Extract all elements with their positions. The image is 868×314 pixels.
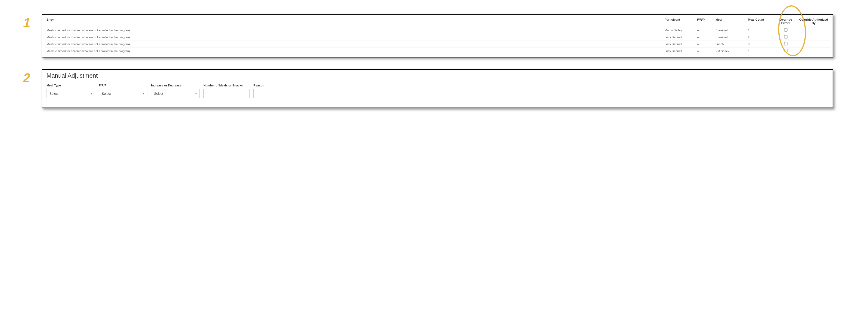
step-1-row: 1 Error Participant F/R/P Meal Meal Coun… [23, 14, 833, 57]
cell-error: Meals claimed for children who are not e… [45, 48, 663, 55]
frp-select[interactable]: Select ▾ [99, 89, 147, 98]
inc-dec-label: Increase or Decrease [151, 84, 200, 87]
th-participant: Participant [663, 16, 695, 27]
cell-count: 1 [746, 27, 774, 34]
table-row: Meals claimed for children who are not e… [45, 34, 830, 41]
cell-participant: Lucy Bennett [663, 41, 695, 48]
cell-count: 2 [746, 34, 774, 41]
inc-dec-value: Select [154, 92, 163, 95]
cell-participant: Lucy Bennett [663, 48, 695, 55]
table-row: Meals claimed for children who are not e… [45, 27, 830, 34]
cell-participant: Martin Bailey [663, 27, 695, 34]
num-meals-input[interactable] [204, 89, 250, 98]
cell-participant: Lucy Bennett [663, 34, 695, 41]
cell-meal: PM Snack [714, 48, 746, 55]
cell-override [774, 27, 798, 34]
cell-frp: A [695, 48, 714, 55]
th-override: Override Error? [774, 16, 798, 27]
cell-authorized [798, 27, 830, 34]
step-2-number: 2 [23, 72, 35, 84]
cell-count: 3 [746, 41, 774, 48]
meal-type-select[interactable]: Select ▾ [46, 89, 95, 98]
th-meal-count: Meal Count [746, 16, 774, 27]
table-row: Meals claimed for children who are not e… [45, 41, 830, 48]
override-checkbox[interactable] [784, 42, 787, 46]
th-authorized: Override Authorized By [798, 16, 830, 27]
manual-adjustment-form: Meal Type Select ▾ F/R/P Select ▾ Increa… [46, 84, 829, 98]
meal-type-label: Meal Type [46, 84, 95, 87]
th-error: Error [45, 16, 663, 27]
errors-panel: Error Participant F/R/P Meal Meal Count … [42, 14, 833, 57]
chevron-down-icon: ▾ [195, 92, 197, 95]
cell-authorized [798, 48, 830, 55]
cell-authorized [798, 41, 830, 48]
th-meal: Meal [714, 16, 746, 27]
th-frp: F/R/P [695, 16, 714, 27]
manual-adjustment-panel: Manual Adjustment Meal Type Select ▾ F/R… [42, 69, 833, 108]
cell-authorized [798, 34, 830, 41]
chevron-down-icon: ▾ [143, 92, 145, 95]
step-1-number: 1 [23, 16, 35, 29]
cell-error: Meals claimed for children who are not e… [45, 27, 663, 34]
inc-dec-select[interactable]: Select ▾ [151, 89, 200, 98]
frp-label: F/R/P [99, 84, 147, 87]
override-checkbox[interactable] [784, 35, 787, 38]
errors-table: Error Participant F/R/P Meal Meal Count … [45, 16, 830, 54]
cell-frp: A [695, 27, 714, 34]
override-checkbox[interactable] [784, 28, 787, 31]
cell-meal: Lunch [714, 41, 746, 48]
manual-adjustment-title: Manual Adjustment [46, 72, 829, 79]
cell-override [774, 48, 798, 55]
cell-meal: Breakfast [714, 27, 746, 34]
step-2-row: 2 Manual Adjustment Meal Type Select ▾ F… [23, 69, 833, 108]
cell-frp: A [695, 41, 714, 48]
table-row: Meals claimed for children who are not e… [45, 48, 830, 55]
cell-meal: Breakfast [714, 34, 746, 41]
num-meals-label: Number of Meals or Snacks [204, 84, 250, 87]
reason-label: Reason [253, 84, 309, 87]
panel-divider [46, 81, 829, 81]
cell-error: Meals claimed for children who are not e… [45, 34, 663, 41]
cell-override [774, 34, 798, 41]
meal-type-value: Select [50, 92, 59, 95]
cell-error: Meals claimed for children who are not e… [45, 41, 663, 48]
cell-frp: A [695, 34, 714, 41]
cell-override [774, 41, 798, 48]
reason-input[interactable] [253, 89, 309, 98]
override-checkbox[interactable] [784, 49, 787, 52]
frp-value: Select [102, 92, 111, 95]
chevron-down-icon: ▾ [91, 92, 92, 95]
cell-count: 1 [746, 48, 774, 55]
